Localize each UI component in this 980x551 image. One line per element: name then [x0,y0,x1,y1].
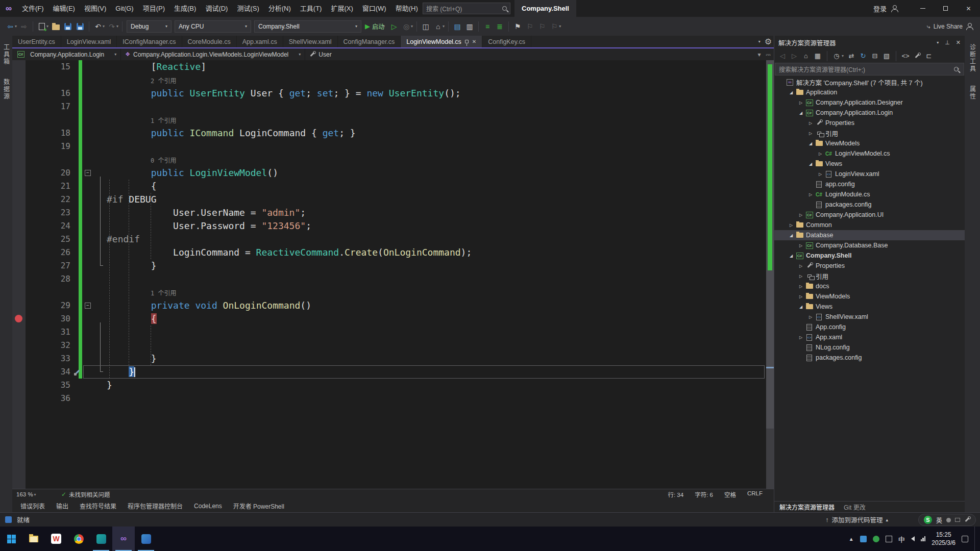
add-to-source-control-button[interactable]: ↑ 添加到源代码管理 ▴ [825,515,888,524]
menu-item[interactable]: 视图(V) [80,0,111,17]
collapsed-arrow-icon[interactable]: ▷ [797,294,805,299]
breakpoint-icon[interactable] [15,315,22,322]
taskbar-visual-studio[interactable]: ∞ [112,527,135,551]
code-line[interactable]: 33 } [12,352,774,365]
outlining-margin[interactable] [82,325,94,339]
taskbar-teal-app[interactable] [90,527,112,551]
code-text[interactable]: [Reactive] [94,60,774,73]
code-text[interactable]: public ICommand LoginCommand { get; } [94,127,774,140]
menu-item[interactable]: 帮助(H) [391,0,423,17]
code-text[interactable] [94,272,774,286]
outlining-margin[interactable] [82,113,94,127]
codelens-references[interactable]: 0 个引用 [151,157,176,164]
volume-icon[interactable] [911,536,915,541]
outdent-icon[interactable]: ≣ [494,20,506,33]
tree-item[interactable]: ◢C#Company.Application.Login [774,108,965,118]
document-tab[interactable]: ConfigManager.cs [338,36,401,47]
code-line[interactable]: 29− private void OnLoginCommand() [12,299,774,312]
code-text[interactable]: 1 个引用 [94,286,774,299]
collapsed-arrow-icon[interactable]: ▷ [797,335,805,340]
line-indicator-margin[interactable] [12,193,26,206]
line-indicator-margin[interactable] [12,100,26,113]
line-indicator-margin[interactable] [12,365,26,379]
line-indicator-margin[interactable] [12,180,26,193]
line-indicator-margin[interactable] [12,153,26,166]
expanded-arrow-icon[interactable]: ◢ [787,233,795,238]
left-strip-tab[interactable]: 工具箱 [2,41,11,68]
ime-keyboard-icon[interactable] [955,518,960,522]
tree-item[interactable]: ▷<>App.xaml [774,332,965,342]
close-tab-icon[interactable]: ✕ [472,39,476,44]
code-line[interactable]: 0 个引用 [12,153,774,166]
navbar-dropdown-icon[interactable]: ▾ [757,51,761,58]
solution-platform-dropdown[interactable]: Any CPU▾ [175,20,251,33]
collapsed-arrow-icon[interactable]: ▷ [806,192,815,197]
outlining-margin[interactable] [82,286,94,299]
code-text[interactable]: User.Password = "123456"; [94,219,774,233]
find-in-files-icon[interactable]: ◫ [420,20,432,33]
se-collapse-all-icon[interactable]: ⊟ [870,51,880,61]
code-text[interactable] [94,339,774,352]
line-indicator-margin[interactable] [12,379,26,392]
document-tab[interactable]: App.xaml.cs [237,36,283,47]
menu-item[interactable]: 生成(B) [169,0,201,17]
solution-bottom-tab[interactable]: 解决方案资源管理器 [779,503,835,511]
se-show-all-files-icon[interactable]: ▧ [881,51,892,61]
column-indicator[interactable]: 字符: 6 [695,490,713,498]
outlining-margin[interactable] [82,219,94,233]
outlining-margin[interactable] [82,60,94,73]
code-line[interactable]: 23 User.UserName = "admin"; [12,206,774,219]
vertical-scrollbar[interactable] [766,60,774,489]
tree-item[interactable]: ▷C#Company.Database.Base [774,240,965,251]
outlining-margin[interactable] [82,233,94,246]
line-indicator-margin[interactable] [12,286,26,299]
sign-in-button[interactable]: 登录 [873,4,887,13]
code-text[interactable]: } [94,259,774,272]
code-line[interactable]: 27 } [12,259,774,272]
code-text[interactable]: private void OnLoginCommand() [94,299,774,312]
collapsed-arrow-icon[interactable]: ▷ [787,223,795,228]
se-pending-changes-filter-icon[interactable]: ◷ [831,51,842,61]
tree-item[interactable]: ▷<>LoginView.xaml [774,169,965,179]
code-editor[interactable]: 15 [Reactive]2 个引用16 public UserEntity U… [12,60,774,489]
document-tab[interactable]: IConfigManager.cs [117,36,182,47]
code-text[interactable]: #if DEBUG [94,193,774,206]
open-file-icon[interactable] [50,20,62,33]
ime-language-indicator[interactable]: 英 [936,516,942,524]
tree-item[interactable]: ◢ViewModels [774,138,965,148]
panel-tab[interactable]: 开发者 PowerShell [228,502,289,510]
outlining-margin[interactable] [82,193,94,206]
code-text[interactable]: } [94,379,774,392]
tray-gray-icon[interactable] [886,536,892,542]
tree-item[interactable]: App.config [774,322,965,332]
se-back-icon[interactable]: ◁ [777,51,788,61]
breadcrumb-project[interactable]: C# Company.Application.Login▾ [12,48,121,60]
collapsed-arrow-icon[interactable]: ▷ [806,131,815,136]
panel-dropdown-icon[interactable]: ▾ [937,40,939,45]
outlining-margin[interactable] [82,379,94,392]
tree-item[interactable]: ▷ViewModels [774,291,965,302]
line-indicator-margin[interactable] [12,87,26,100]
expanded-arrow-icon[interactable]: ◢ [787,254,795,258]
se-home-icon[interactable]: ⌂ [801,51,811,61]
codelens-references[interactable]: 1 个引用 [151,117,176,124]
code-line[interactable]: 17 [12,100,774,113]
tree-item[interactable]: packages.config [774,199,965,210]
line-indicator-margin[interactable] [12,299,26,312]
code-line[interactable]: 19 [12,140,774,153]
background-task-icon[interactable] [5,516,12,523]
outlining-margin[interactable] [82,339,94,352]
line-indicator-margin[interactable] [12,325,26,339]
tree-item[interactable]: ▷C#Company.Application.Designer [774,97,965,108]
outlining-margin[interactable] [82,100,94,113]
action-center-icon[interactable] [962,536,968,542]
breadcrumb-type[interactable]: ❖ Company.Application.Login.ViewModels.L… [121,48,305,60]
code-line[interactable]: 24 User.Password = "123456"; [12,219,774,233]
start-button[interactable] [0,527,22,551]
taskbar-blue-app[interactable] [135,527,157,551]
tree-item[interactable]: ◢Application [774,87,965,97]
menu-item[interactable]: 扩展(X) [326,0,357,17]
line-indicator[interactable]: 行: 34 [668,490,683,498]
code-line[interactable]: 15 [Reactive] [12,60,774,73]
code-text[interactable] [94,392,774,405]
